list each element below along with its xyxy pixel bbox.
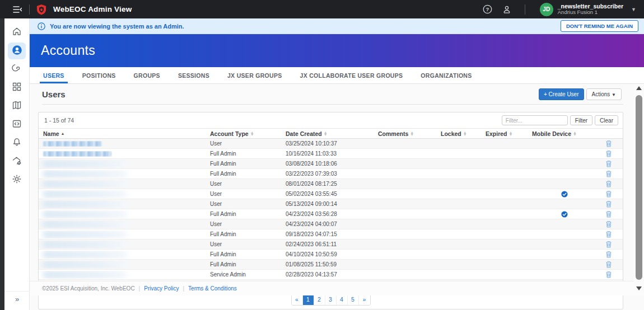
privacy-policy-link[interactable]: Privacy Policy — [144, 285, 179, 292]
delete-user-button[interactable] — [605, 160, 612, 167]
delete-user-button[interactable] — [605, 231, 612, 238]
sidebar-item-maps[interactable] — [8, 98, 26, 115]
redacted-name — [43, 251, 127, 259]
actions-button[interactable]: Actions ▼ — [586, 88, 622, 100]
delete-user-button[interactable] — [605, 180, 612, 187]
table-row[interactable]: Full Admin04/23/2024 03:56:28 — [39, 209, 623, 219]
users-table-panel: 1 - 15 of 74 Filter Clear Name▲Account T… — [38, 112, 623, 309]
scroll-down-arrow[interactable] — [634, 284, 644, 292]
top-bar: WebEOC Admin View ? JD _newsletter_subsc… — [0, 0, 644, 18]
column-header-expired[interactable]: Expired▲▼ — [481, 130, 528, 137]
user-org: Andrius Fusion 1 — [558, 10, 623, 16]
table-row[interactable]: User05/13/2024 09:00:14 — [39, 199, 623, 209]
cell-account-type: User — [206, 221, 281, 227]
delete-user-button[interactable] — [605, 200, 612, 208]
table-row[interactable]: User03/25/2024 10:10:37 — [39, 139, 623, 149]
menu-collapse-icon[interactable] — [10, 2, 25, 17]
table-row[interactable]: Full Admin03/22/2023 07:39:03 — [39, 169, 623, 179]
column-header-date-created[interactable]: Date Created▲▼ — [281, 130, 374, 137]
user-admin-icon[interactable] — [501, 4, 512, 15]
column-header-account-type[interactable]: Account Type▲▼ — [206, 130, 281, 137]
scroll-up-arrow[interactable] — [634, 84, 644, 92]
terms-link[interactable]: Terms & Conditions — [188, 285, 237, 292]
table-row[interactable]: Full Admin09/18/2023 04:07:15 — [39, 229, 623, 239]
home-icon — [12, 26, 22, 39]
table-row[interactable]: Full Admin03/08/2024 10:18:06 — [39, 159, 623, 169]
redacted-name — [43, 210, 127, 218]
tab-groups[interactable]: GROUPS — [133, 67, 161, 83]
column-header-mobile-device[interactable]: Mobile Device▲▼ — [528, 130, 595, 137]
tab-positions[interactable]: POSITIONS — [81, 67, 117, 83]
delete-user-button[interactable] — [605, 210, 612, 218]
delete-user-button[interactable] — [605, 170, 612, 177]
cell-account-type: Full Admin — [206, 161, 281, 167]
sidebar-item-incidents[interactable] — [8, 61, 26, 78]
tab-users[interactable]: USERS — [42, 67, 66, 83]
delete-user-button[interactable] — [605, 140, 612, 147]
admin-view-banner: You are now viewing the system as an Adm… — [30, 18, 644, 34]
banner-message: You are now viewing the system as an Adm… — [50, 23, 184, 30]
cell-name — [39, 200, 206, 208]
cell-delete — [595, 241, 623, 248]
help-icon[interactable]: ? — [482, 4, 493, 15]
user-menu[interactable]: JD _newsletter_subscriber Andrius Fusion… — [540, 3, 636, 16]
trash-icon — [605, 220, 612, 228]
delete-user-button[interactable] — [605, 251, 612, 258]
scrollbar-thumb[interactable] — [636, 95, 642, 280]
vertical-scrollbar[interactable] — [634, 84, 644, 292]
sidebar-item-home[interactable] — [8, 24, 26, 41]
collapsed-panel-edge — [0, 0, 4, 310]
filter-button[interactable]: Filter — [570, 115, 592, 125]
delete-user-button[interactable] — [605, 190, 612, 198]
app-title: WebEOC Admin View — [53, 5, 132, 13]
tab-jx-collaborate-user-groups[interactable]: JX COLLABORATE USER GROUPS — [299, 67, 404, 83]
sidebar-item-settings[interactable] — [8, 172, 26, 189]
create-user-button[interactable]: + Create User — [539, 88, 584, 100]
svg-text:?: ? — [486, 6, 489, 12]
table-row[interactable]: Full Admin01/08/2025 11:50:59 — [39, 260, 623, 270]
delete-user-button[interactable] — [605, 271, 612, 278]
sidebar-item-accounts[interactable] — [8, 43, 26, 59]
delete-user-button[interactable] — [605, 220, 612, 228]
dont-remind-button[interactable]: DON'T REMIND ME AGAIN — [561, 20, 638, 32]
cell-mobile-device — [528, 211, 595, 218]
cell-name — [39, 210, 206, 218]
filter-input[interactable] — [502, 115, 568, 125]
caret-down-icon: ▼ — [612, 92, 616, 97]
sidebar-item-site-admin[interactable] — [8, 153, 26, 170]
sidebar-item-notifications[interactable] — [8, 135, 26, 152]
table-row[interactable]: Service Admin02/28/2023 04:13:57 — [39, 270, 623, 280]
column-header-name[interactable]: Name▲ — [39, 130, 206, 137]
delete-user-button[interactable] — [605, 241, 612, 248]
delete-user-button[interactable] — [605, 150, 612, 157]
tab-jx-user-groups[interactable]: JX USER GROUPS — [226, 67, 283, 83]
table-row[interactable]: Full Admin04/10/2024 10:50:59 — [39, 250, 623, 260]
trash-icon — [605, 210, 612, 218]
cell-date-created: 02/28/2023 04:13:57 — [281, 271, 374, 278]
section-title: Users — [42, 90, 66, 99]
cell-date-created: 08/01/2024 08:17:25 — [281, 181, 374, 187]
column-header-comments[interactable]: Comments▲▼ — [374, 130, 436, 137]
tab-organizations[interactable]: ORGANIZATIONS — [419, 67, 473, 83]
table-row[interactable]: User04/23/2024 04:00:07 — [39, 219, 623, 229]
sort-icon: ▲▼ — [573, 131, 577, 136]
sidebar-expand-icon[interactable]: » — [4, 291, 30, 307]
table-row[interactable]: User05/02/2024 03:55:45 — [39, 189, 623, 199]
cell-account-type: Full Admin — [206, 171, 281, 177]
table-row[interactable]: User08/01/2024 08:17:25 — [39, 179, 623, 189]
clear-button[interactable]: Clear — [595, 115, 618, 125]
cell-delete — [595, 271, 623, 278]
sidebar-item-boards[interactable] — [8, 79, 26, 96]
tab-sessions[interactable]: SESSIONS — [177, 67, 211, 83]
redacted-name — [43, 151, 111, 157]
delete-user-button[interactable] — [605, 261, 612, 268]
maps-icon — [12, 100, 22, 112]
cell-date-created: 04/10/2024 10:50:59 — [281, 251, 374, 257]
cell-account-type: Full Admin — [206, 231, 281, 237]
sidebar-item-plugins[interactable] — [8, 116, 26, 133]
column-header-locked[interactable]: Locked▲▼ — [436, 130, 481, 137]
cell-name — [39, 220, 206, 228]
table-row[interactable]: User02/24/2023 06:51:11 — [39, 239, 623, 250]
table-row[interactable]: Full Admin10/16/2024 11:03:33 — [39, 149, 623, 159]
cell-name — [39, 261, 206, 269]
